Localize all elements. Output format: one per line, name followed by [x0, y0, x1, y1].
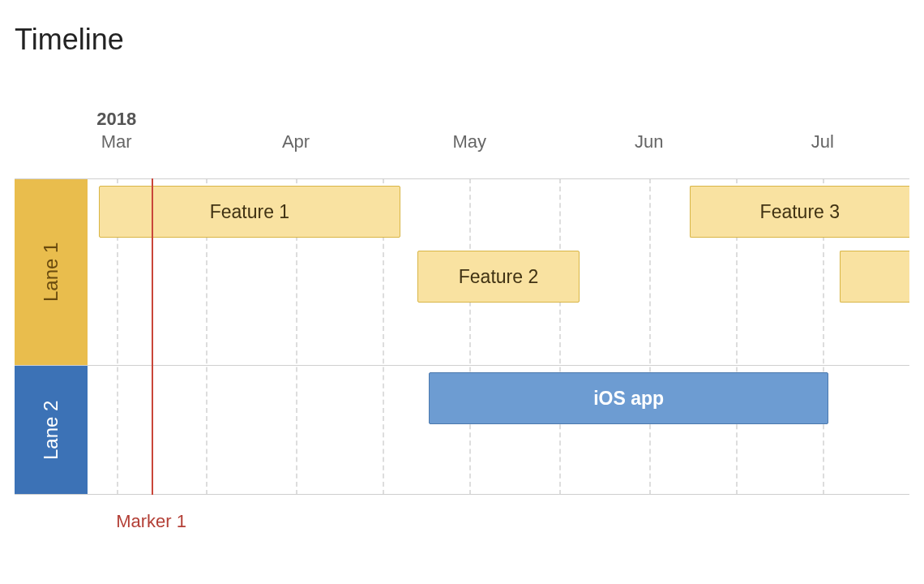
bar-ios-app[interactable]: iOS app [429, 372, 828, 424]
bar-feature-3[interactable]: Feature 3 [690, 186, 909, 238]
lane-2-row-0: iOS app [88, 366, 909, 431]
lane-1: Lane 1 Feature 1 Feature 3 Feature 2 [15, 178, 909, 365]
lanes-container: Lane 1 Feature 1 Feature 3 Feature 2 Lan… [15, 178, 909, 495]
axis-tick-mar: Mar [101, 131, 132, 152]
lane-1-body: Feature 1 Feature 3 Feature 2 [88, 179, 909, 365]
axis-tick-jul: Jul [811, 131, 834, 152]
lane-1-row-1: Feature 2 [88, 244, 909, 309]
lane-2-header: Lane 2 [15, 366, 88, 494]
timeline-chart: MarAprMayJunJul2018 Lane 1 Feature 1 Fea… [15, 114, 909, 535]
lane-1-row-0: Feature 1 Feature 3 [88, 179, 909, 244]
page-title: Timeline [15, 23, 909, 57]
time-axis: MarAprMayJunJul2018 [88, 114, 909, 162]
lane-2: Lane 2 iOS app [15, 365, 909, 495]
axis-tick-apr: Apr [282, 131, 310, 152]
axis-tick-may: May [453, 131, 487, 152]
bar-feature-unnamed[interactable] [840, 251, 909, 303]
lane-2-body: iOS app [88, 366, 909, 494]
axis-year-label: 2018 [96, 109, 136, 130]
bar-feature-1[interactable]: Feature 1 [99, 186, 400, 238]
bar-feature-2[interactable]: Feature 2 [417, 251, 580, 303]
axis-tick-jun: Jun [635, 131, 663, 152]
lane-1-header: Lane 1 [15, 179, 88, 365]
marker-1-label: Marker 1 [116, 511, 186, 532]
marker-1-line [152, 178, 153, 495]
